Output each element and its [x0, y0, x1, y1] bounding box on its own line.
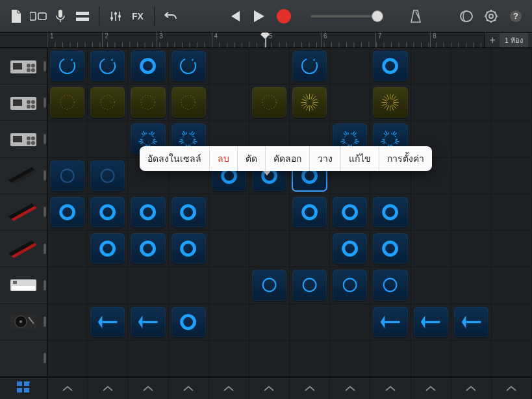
loop-cell[interactable]	[169, 84, 209, 121]
column-trigger[interactable]	[169, 378, 209, 399]
loop-cell[interactable]	[47, 121, 88, 157]
loop-cell[interactable]	[330, 341, 370, 377]
loop-cell[interactable]	[169, 304, 209, 341]
loop-pad[interactable]	[373, 233, 407, 264]
loop-cell[interactable]	[169, 48, 209, 84]
track-header-drum-machine-3[interactable]	[0, 121, 47, 157]
loop-cell[interactable]	[88, 231, 128, 267]
volume-slider[interactable]	[310, 15, 382, 18]
loop-cell[interactable]	[492, 267, 532, 303]
loop-cell[interactable]	[451, 231, 492, 267]
loop-cell[interactable]	[88, 48, 128, 84]
loop-pad[interactable]	[131, 307, 165, 337]
loop-cell[interactable]	[330, 194, 370, 231]
loop-cell[interactable]	[290, 84, 330, 121]
grid-mode-icon[interactable]	[17, 381, 30, 396]
loop-cell[interactable]	[128, 341, 168, 377]
loop-pad[interactable]	[292, 51, 327, 81]
loop-cell[interactable]	[330, 48, 370, 84]
loop-cell[interactable]	[209, 304, 249, 341]
loop-cell[interactable]	[47, 48, 88, 84]
loop-cell[interactable]	[492, 304, 532, 341]
loop-pad[interactable]	[131, 233, 165, 264]
track-volume-handle[interactable]	[44, 353, 46, 363]
column-trigger[interactable]	[209, 378, 249, 399]
loop-pad[interactable]	[171, 197, 206, 227]
loop-pad[interactable]	[292, 270, 327, 300]
loop-cell[interactable]	[492, 194, 532, 231]
loop-cell[interactable]	[249, 267, 290, 303]
loop-cell[interactable]	[451, 121, 492, 157]
loop-cell[interactable]	[330, 304, 370, 341]
loop-pad[interactable]	[333, 197, 367, 227]
column-trigger[interactable]	[370, 378, 411, 399]
mixer-icon[interactable]	[71, 5, 94, 27]
loop-cell[interactable]	[451, 84, 492, 121]
fx-button[interactable]: FX	[127, 5, 149, 27]
loop-cell[interactable]	[249, 194, 290, 231]
loop-cell[interactable]	[47, 194, 88, 231]
loop-pad[interactable]	[333, 233, 367, 264]
loop-pad[interactable]	[373, 270, 407, 300]
loop-pad[interactable]	[90, 87, 125, 118]
loop-pad[interactable]	[50, 197, 84, 227]
loop-pad[interactable]	[292, 87, 327, 118]
loop-cell[interactable]	[249, 231, 290, 267]
loop-cell[interactable]	[249, 304, 290, 341]
loop-pad[interactable]	[171, 87, 206, 118]
loop-pad[interactable]	[50, 87, 84, 118]
loop-cell[interactable]	[169, 194, 209, 231]
track-header-synth-1[interactable]	[0, 267, 47, 303]
menu-item-settings[interactable]: การตั้งค่า	[379, 146, 432, 171]
loop-pad[interactable]	[50, 51, 84, 81]
loop-pad[interactable]	[90, 307, 125, 337]
loop-cell[interactable]	[451, 341, 492, 377]
loop-cell[interactable]	[249, 48, 290, 84]
section-label[interactable]: 1 ห้อง	[500, 33, 528, 47]
loop-cell[interactable]	[47, 267, 88, 303]
loop-cell[interactable]	[128, 84, 168, 121]
loop-cell[interactable]	[370, 231, 411, 267]
loop-pad[interactable]	[252, 87, 286, 118]
loop-pad[interactable]	[373, 51, 407, 81]
loop-cell[interactable]	[330, 84, 370, 121]
column-trigger[interactable]	[128, 378, 168, 399]
loop-cell[interactable]	[88, 267, 128, 303]
column-trigger[interactable]	[451, 378, 492, 399]
loop-cell[interactable]	[290, 194, 330, 231]
track-volume-handle[interactable]	[44, 134, 46, 144]
loop-pad[interactable]	[292, 197, 327, 227]
view-mode-icon[interactable]	[27, 5, 49, 27]
playhead[interactable]	[265, 32, 266, 47]
mic-icon[interactable]	[49, 5, 71, 27]
loop-cell[interactable]	[88, 341, 128, 377]
loop-cell[interactable]	[451, 48, 492, 84]
column-trigger[interactable]	[290, 378, 330, 399]
loop-cell[interactable]	[209, 341, 249, 377]
loop-pad[interactable]	[333, 270, 367, 300]
loop-cell[interactable]	[128, 267, 168, 303]
help-icon[interactable]: ?	[505, 5, 527, 27]
loop-cell[interactable]	[290, 231, 330, 267]
loop-pad[interactable]	[90, 197, 125, 227]
loop-cell[interactable]	[451, 158, 492, 194]
loop-cell[interactable]	[370, 48, 411, 84]
loop-cell[interactable]	[492, 231, 532, 267]
loop-cell[interactable]	[492, 121, 532, 157]
loop-cell[interactable]	[370, 84, 411, 121]
loop-cell[interactable]	[128, 231, 168, 267]
column-trigger[interactable]	[88, 378, 128, 399]
loop-cell[interactable]	[209, 267, 249, 303]
loop-cell[interactable]	[169, 267, 209, 303]
track-volume-handle[interactable]	[44, 170, 46, 181]
loop-cell[interactable]	[169, 341, 209, 377]
loop-cell[interactable]	[451, 267, 492, 303]
track-volume-handle[interactable]	[44, 97, 46, 108]
settings-gear-icon[interactable]	[480, 5, 502, 27]
loop-pad[interactable]	[252, 270, 286, 300]
faders-icon[interactable]	[105, 5, 127, 27]
loop-cell[interactable]	[209, 231, 249, 267]
track-volume-handle[interactable]	[44, 61, 46, 71]
metronome-icon[interactable]	[405, 5, 427, 27]
track-header-drum-machine-1[interactable]	[0, 48, 47, 84]
